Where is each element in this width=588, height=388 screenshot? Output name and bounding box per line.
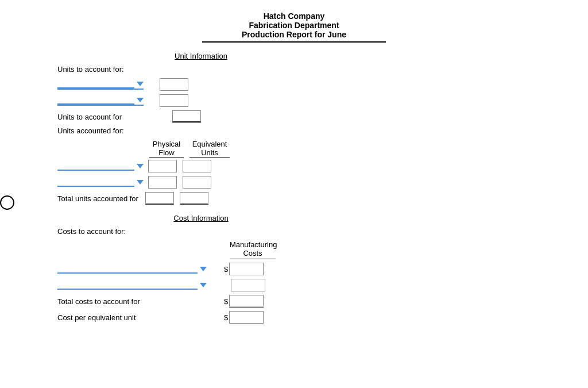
dropdown-arrow-1[interactable] [137,82,144,86]
left-circle-decoration [0,195,14,210]
physical-flow-header: Physical Flow [149,140,184,157]
unit-info-section: Unit Information Units to account for: [57,52,345,205]
dropdown-arrow-2[interactable] [137,98,144,102]
accounted-dropdown-1[interactable] [57,162,144,171]
total-units-inputs [145,192,208,205]
unit-input-2[interactable] [160,94,188,107]
cost-per-unit-input[interactable] [229,311,264,324]
units-to-account-total-label: Units to account for [57,113,161,121]
accounted-inputs-2 [148,176,211,189]
accounted-dropdown-2[interactable] [57,178,144,187]
units-total-input[interactable] [172,110,201,123]
cost-info-title: Cost Information [57,214,345,222]
total-equiv-input[interactable] [180,192,208,205]
accounted-arrow-2[interactable] [137,180,144,185]
total-units-label: Total units accounted for [57,194,138,203]
accounted-equiv-1[interactable] [183,160,211,172]
cost-dropdown-2[interactable] [57,281,207,290]
accounted-row-1 [57,160,345,172]
accounted-equiv-2[interactable] [183,176,211,189]
dollar-sign-total: $ [224,297,228,306]
unit-input-1[interactable] [160,78,188,91]
cost-per-unit-label: Cost per equivalent unit [57,313,207,322]
unit-info-title: Unit Information [57,52,345,60]
unit-row-1 [57,78,345,91]
unit-dropdown-2[interactable] [57,95,144,106]
accounted-physical-1[interactable] [148,160,177,172]
units-to-account-total-row: Units to account for [57,110,345,123]
cost-dropdown-1[interactable] [57,264,207,274]
department-name: Fabrication Department [23,21,565,30]
cost-per-unit-row: Cost per equivalent unit $ [57,311,345,324]
units-to-account-for-label: Units to account for: [57,65,345,74]
unit-row-2 [57,94,345,107]
cost-input-2[interactable] [231,279,265,291]
report-header: Hatch Company Fabrication Department Pro… [23,11,565,43]
report-container: Unit Information Units to account for: [57,52,345,324]
cost-blue-line-2 [57,281,198,290]
accounted-arrow-1[interactable] [137,164,144,168]
accounted-row-2 [57,176,345,189]
dollar-sign-1: $ [224,265,228,274]
accounted-blue-line-1 [57,162,134,171]
units-accounted-for-label: Units accounted for: [57,126,345,135]
accounted-blue-line-2 [57,178,134,187]
column-headers: Physical Flow Equivalent Units [149,140,345,157]
accounted-physical-2[interactable] [148,176,177,189]
total-cost-label: Total costs to account for [57,297,207,306]
mfg-costs-header-line [230,259,276,259]
company-name: Hatch Company [23,11,565,21]
cost-blue-line-1 [57,264,198,274]
cost-row-1: $ [57,263,345,275]
unit-dropdown-group [57,78,345,107]
costs-to-account-for-label: Costs to account for: [57,227,345,236]
cost-arrow-1[interactable] [200,267,207,271]
blue-line-2 [57,95,134,105]
unit-dropdown-1[interactable] [57,79,144,90]
cost-arrow-2[interactable] [200,283,207,287]
report-title: Production Report for June [23,30,565,39]
cost-input-1[interactable] [229,263,264,275]
total-cost-input[interactable] [229,295,264,308]
equivalent-units-header: Equivalent Units [189,140,230,157]
mfg-costs-header: Manufacturing Costs [230,240,276,258]
cost-row-2 [57,279,345,291]
blue-line-1 [57,79,134,89]
accounted-inputs-1 [148,160,211,172]
total-cost-row: Total costs to account for $ [57,295,345,308]
header-underline [202,41,386,43]
total-units-row: Total units accounted for [57,192,345,205]
total-physical-input[interactable] [145,192,174,205]
dollar-sign-per-unit: $ [224,313,228,322]
cost-info-section: Cost Information Costs to account for: M… [57,214,345,324]
